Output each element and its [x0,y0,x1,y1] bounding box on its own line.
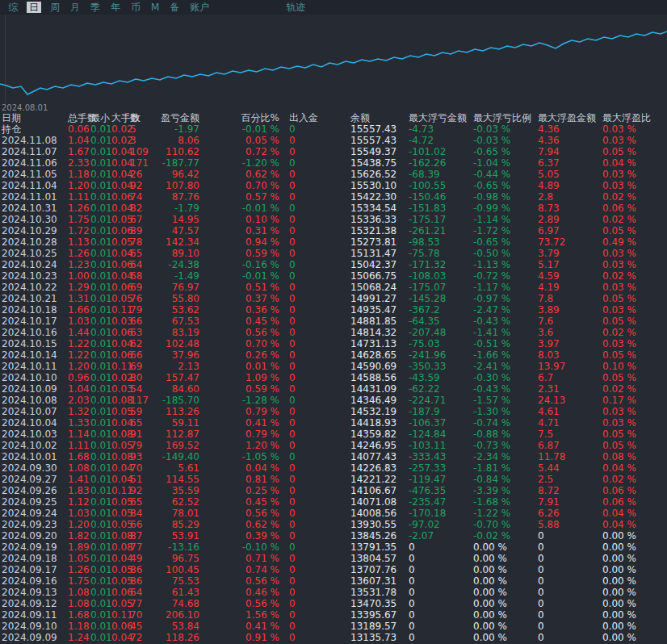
col-header-max-float-loss[interactable]: 最大浮亏金额 [409,112,473,123]
col-header-profit-loss[interactable]: 盈亏金额 [145,112,199,123]
cell-max-float-profit-pct: 0.05 % [602,440,667,451]
cell-balance: 14588.56 [350,372,409,383]
table-row[interactable]: 2024.10.100.960.010.0280157.471.09 %0145… [0,372,667,383]
table-row[interactable]: 2024.10.031.140.010.0891112.870.79 %0143… [0,429,667,440]
col-header-trade-count[interactable]: 数 [130,112,145,123]
cell-max-float-loss-pct: -1.30 % [473,406,538,417]
table-row[interactable]: 2024.09.201.820.010.088753.910.39 %01384… [0,530,667,542]
table-row[interactable]: 2024.10.151.220.010.0462102.480.70 %0147… [0,338,667,349]
cell-max-float-loss: -62.22 [409,383,473,395]
table-row[interactable]: 2024.09.261.830.010.119235.590.25 %01410… [0,485,667,496]
cell-max-float-profit: 0 [538,542,602,553]
col-header-percent[interactable]: 百分比% [199,112,279,123]
table-row[interactable]: 2024.11.051.180.010.042696.420.62 %01562… [0,169,667,180]
cell-trade-count: 79 [130,440,145,451]
table-row[interactable]: 2024.10.211.310.010.057655.800.37 %01499… [0,293,667,304]
menu-item-周[interactable]: 周 [48,2,61,13]
table-row[interactable]: 2024.11.071.670.010.04109110.620.72 %015… [0,146,667,157]
cell-total-lots: 1.83 [68,485,90,496]
col-header-max-lots[interactable]: 大手数 [111,112,130,123]
cell-percent: 0.01 % [199,361,279,372]
table-row[interactable]: 2024.10.231.000.010.0468-1.49-0.01 %0150… [0,270,667,282]
menu-item-日[interactable]: 日 [27,2,41,13]
col-header-max-float-profit[interactable]: 最大浮盈金额 [538,112,602,123]
table-row[interactable]: 持仓0.060.010.025-1.97-0.01 %015557.43-4.7… [0,123,667,135]
table-row[interactable]: 2024.10.241.230.010.0664-24.38-0.16 %015… [0,259,667,270]
table-row[interactable]: 2024.09.271.410.010.0451114.550.81 %0142… [0,474,667,485]
menu-item-币[interactable]: 币 [129,2,142,13]
table-row[interactable]: 2024.10.041.330.010.046559.110.41 %01441… [0,417,667,429]
table-row[interactable]: 2024.09.171.260.010.0586100.450.74 %0137… [0,564,667,575]
menu-item-备[interactable]: 备 [168,2,181,13]
cell-max-float-profit-pct: 0.00 % [602,632,667,643]
table-row[interactable]: 2024.10.091.040.010.035484.600.59 %01443… [0,383,667,395]
cell-trade-count: 77 [130,542,145,553]
table-row[interactable]: 2024.09.231.200.010.056685.290.62 %01393… [0,519,667,530]
cell-max-float-loss: 0 [409,564,473,575]
cell-profit-loss: 53.84 [145,621,199,632]
menu-item-季[interactable]: 季 [89,2,102,13]
col-header-date[interactable]: 日期 [0,112,68,123]
cell-max-lots: 0.06 [111,191,130,203]
menu-item-月[interactable]: 月 [69,2,82,13]
cell-deposit-withdraw: 0 [279,214,350,225]
col-header-total-lots[interactable]: 总手数 [68,112,90,123]
table-row[interactable]: 2024.10.311.260.010.0482-1.79-0.01 %0153… [0,203,667,214]
table-row[interactable]: 2024.10.301.750.010.056714.950.10 %01533… [0,214,667,225]
table-row[interactable]: 2024.09.191.890.010.0877-13.16-0.10 %013… [0,542,667,553]
cell-percent: 0.81 % [199,474,279,485]
col-header-max-float-loss-pct[interactable]: 最大浮亏比例 [473,112,538,123]
table-row[interactable]: 2024.10.111.200.010.11692.130.01 %014590… [0,361,667,372]
cell-max-float-profit-pct: 0.03 % [602,135,667,146]
cell-percent: 0.10 % [199,214,279,225]
table-row[interactable]: 2024.09.131.080.010.066461.430.46 %01353… [0,587,667,598]
menu-item-账户[interactable]: 账户 [188,2,211,13]
table-row[interactable]: 2024.10.011.680.010.0893-149.40-1.05 %01… [0,451,667,462]
table-row[interactable]: 2024.10.141.220.010.066637.960.26 %01462… [0,349,667,361]
col-header-max-float-profit-pct[interactable]: 最大浮盈比 [602,112,667,123]
table-row[interactable]: 2024.11.011.110.010.067487.760.57 %01542… [0,191,667,203]
menu-item-年[interactable]: 年 [109,2,122,13]
table-row[interactable]: 2024.09.301.080.010.04705.610.04 %014226… [0,462,667,474]
table-row[interactable]: 2024.11.081.040.010.0238.060.05 %015557.… [0,135,667,146]
menu-item-M[interactable]: M [149,2,161,13]
table-row[interactable]: 2024.11.062.330.010.04171-187.77-1.20 %0… [0,157,667,169]
table-row[interactable]: 2024.09.251.120.010.056562.520.45 %01407… [0,496,667,508]
table-row[interactable]: 2024.10.071.320.010.0559113.260.79 %0145… [0,406,667,417]
col-header-deposit-withdraw[interactable]: 出入金 [279,112,350,123]
col-header-balance[interactable]: 余额 [350,112,409,123]
cell-max-float-profit: 4.89 [538,180,602,191]
table-row[interactable]: 2024.10.281.130.010.0578142.340.94 %0152… [0,236,667,248]
cell-min-lots: 0.01 [90,225,111,236]
table-row[interactable]: 2024.09.161.750.010.058675.530.56 %01360… [0,575,667,587]
cell-max-float-loss-pct: -0.03 % [473,135,538,146]
table-row[interactable]: 2024.10.221.290.010.066976.970.51 %01506… [0,282,667,293]
table-row[interactable]: 2024.09.111.680.010.1170206.101.56 %0133… [0,609,667,621]
cell-max-float-loss: -171.32 [409,259,473,270]
menu-item-综[interactable]: 综 [6,2,19,13]
table-row[interactable]: 2024.09.121.080.010.057774.680.56 %01347… [0,598,667,609]
table-row[interactable]: 2024.10.161.440.010.066383.190.56 %01481… [0,327,667,338]
cell-max-float-loss: -100.55 [409,180,473,191]
table-row[interactable]: 2024.09.241.030.010.058478.010.56 %01400… [0,508,667,519]
table-row[interactable]: 2024.09.101.180.010.064553.840.41 %01318… [0,621,667,632]
col-header-min-lots[interactable]: 最小 [90,112,111,123]
cell-max-float-profit: 7.8 [538,293,602,304]
table-row[interactable]: 2024.10.251.260.010.046589.100.59 %01513… [0,248,667,259]
menu-item-trail[interactable]: 轨迹 [286,1,305,15]
table-row[interactable]: 2024.10.181.660.010.117953.620.36 %01493… [0,304,667,316]
table-row[interactable]: 2024.09.181.050.010.044996.750.71 %01380… [0,553,667,564]
equity-curve-chart[interactable] [0,15,667,103]
table-row[interactable]: 2024.10.171.030.010.036667.530.45 %01488… [0,316,667,327]
table-row[interactable]: 2024.10.291.720.010.068947.570.31 %01532… [0,225,667,236]
cell-max-float-loss-pct: -1.13 % [473,259,538,270]
cell-min-lots: 0.01 [90,542,111,553]
table-row[interactable]: 2024.11.041.200.010.0492107.800.70 %0155… [0,180,667,191]
cell-total-lots: 1.29 [68,282,90,293]
table-row[interactable]: 2024.09.091.240.010.0472118.260.91 %0131… [0,632,667,643]
table-row[interactable]: 2024.10.082.030.010.08117-185.70-1.28 %0… [0,395,667,406]
cell-balance: 14077.43 [350,451,409,462]
table-row[interactable]: 2024.10.021.110.010.0579169.521.20 %0142… [0,440,667,451]
cell-max-lots: 0.06 [111,225,130,236]
cell-percent: 0.56 % [199,575,279,587]
